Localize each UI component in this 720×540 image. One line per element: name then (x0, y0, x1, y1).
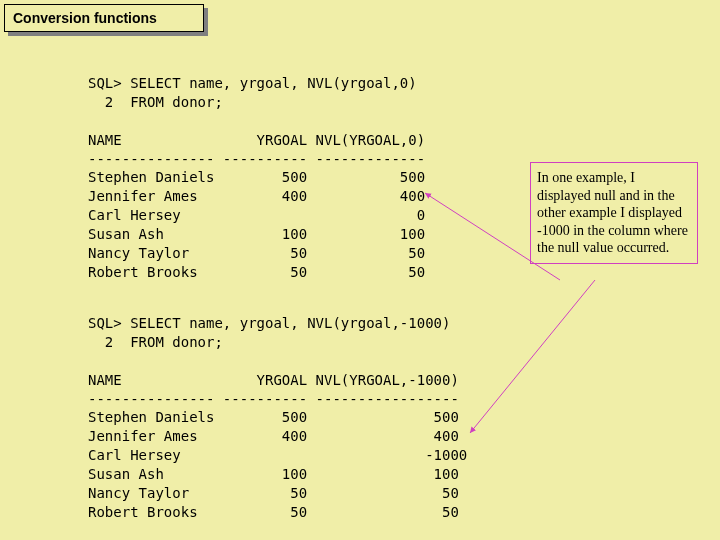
callout-text: In one example, I displayed null and in … (537, 170, 688, 255)
sql1-row: Jennifer Ames 400 400 (88, 188, 425, 204)
sql-block-1: SQL> SELECT name, yrgoal, NVL(yrgoal,0) … (88, 74, 425, 282)
sql1-row: Carl Hersey 0 (88, 207, 425, 223)
sql2-rule: --------------- ---------- -------------… (88, 391, 459, 407)
sql2-line1: SQL> SELECT name, yrgoal, NVL(yrgoal,-10… (88, 315, 450, 331)
sql1-row: Susan Ash 100 100 (88, 226, 425, 242)
sql1-row: Nancy Taylor 50 50 (88, 245, 425, 261)
title-text: Conversion functions (13, 10, 157, 26)
sql1-row: Stephen Daniels 500 500 (88, 169, 425, 185)
sql1-line2: 2 FROM donor; (88, 94, 223, 110)
callout-box: In one example, I displayed null and in … (530, 162, 698, 264)
sql2-header: NAME YRGOAL NVL(YRGOAL,-1000) (88, 372, 459, 388)
sql2-row: Carl Hersey -1000 (88, 447, 467, 463)
sql2-line2: 2 FROM donor; (88, 334, 223, 350)
sql1-line1: SQL> SELECT name, yrgoal, NVL(yrgoal,0) (88, 75, 417, 91)
sql1-row: Robert Brooks 50 50 (88, 264, 425, 280)
sql2-row: Jennifer Ames 400 400 (88, 428, 459, 444)
sql1-header: NAME YRGOAL NVL(YRGOAL,0) (88, 132, 425, 148)
title-box: Conversion functions (4, 4, 204, 32)
svg-line-1 (470, 280, 595, 433)
sql-block-2: SQL> SELECT name, yrgoal, NVL(yrgoal,-10… (88, 314, 467, 522)
sql2-row: Susan Ash 100 100 (88, 466, 459, 482)
sql2-row: Robert Brooks 50 50 (88, 504, 459, 520)
sql1-rule: --------------- ---------- ------------- (88, 151, 425, 167)
title-panel: Conversion functions (4, 4, 204, 32)
sql2-row: Stephen Daniels 500 500 (88, 409, 459, 425)
sql2-row: Nancy Taylor 50 50 (88, 485, 459, 501)
